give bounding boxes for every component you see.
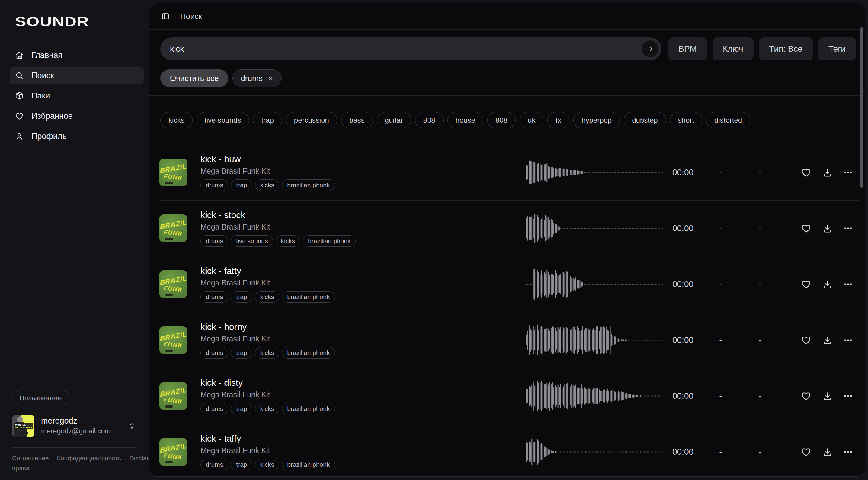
download-button[interactable]: [823, 279, 832, 290]
track-tag-chip[interactable]: drums: [200, 235, 228, 247]
track-tag-chip[interactable]: drums: [200, 347, 228, 359]
suggested-tag-pill[interactable]: percussion: [286, 112, 337, 128]
track-tag-chip[interactable]: drums: [200, 179, 228, 191]
track-tag-chip[interactable]: kicks: [255, 459, 280, 470]
track-info: kick - stock Mega Brasil Funk Kit drumsl…: [187, 210, 526, 247]
track-row[interactable]: BRAZIL FUNK kick - fatty Mega Brasil Fun…: [159, 257, 860, 312]
waveform[interactable]: [526, 211, 663, 245]
chevron-up-down-icon[interactable]: [127, 421, 136, 430]
track-row[interactable]: BRAZIL FUNK kick - disty Mega Brasil Fun…: [159, 368, 860, 424]
search-submit-button[interactable]: [642, 40, 658, 57]
suggested-tag-pill[interactable]: trap: [253, 112, 282, 128]
track-tag-chip[interactable]: trap: [231, 403, 252, 415]
track-tag-chip[interactable]: kicks: [255, 403, 280, 415]
suggested-tag-pill[interactable]: 808: [415, 112, 443, 128]
track-row[interactable]: BRAZIL FUNK kick - stock Mega Brasil Fun…: [159, 201, 860, 257]
track-tag-chip[interactable]: brazilian phonk: [282, 459, 335, 470]
favorite-button[interactable]: [801, 391, 811, 401]
track-tag-chip[interactable]: brazilian phonk: [282, 403, 335, 415]
track-artwork: BRAZIL FUNK: [159, 438, 187, 466]
more-options-button[interactable]: [843, 447, 853, 457]
sidebar-nav-item[interactable]: Главная: [10, 47, 144, 64]
track-tag-chip[interactable]: trap: [231, 459, 252, 470]
more-options-button[interactable]: [843, 335, 853, 345]
artwork-text-line1: BRAZIL: [160, 219, 187, 231]
waveform[interactable]: [526, 379, 663, 413]
suggested-tag-pill[interactable]: live sounds: [196, 112, 249, 128]
sidebar-toggle-icon[interactable]: [161, 12, 170, 21]
filter-button[interactable]: Теги: [818, 37, 856, 60]
active-filter-chip[interactable]: drums: [232, 69, 281, 87]
track-tag-chip[interactable]: kicks: [255, 291, 280, 303]
track-tags: drumstrapkicksbrazilian phonk: [200, 179, 526, 191]
more-options-button[interactable]: [843, 223, 853, 233]
track-tag-chip[interactable]: kicks: [255, 179, 280, 191]
suggested-tag-pill[interactable]: bass: [341, 112, 373, 128]
favorite-button[interactable]: [801, 279, 811, 290]
waveform[interactable]: [526, 267, 663, 301]
sidebar-nav-item[interactable]: Поиск: [10, 67, 144, 84]
sidebar-nav-item[interactable]: Профиль: [10, 127, 144, 145]
track-tag-chip[interactable]: brazilian phonk: [282, 347, 335, 359]
download-button[interactable]: [823, 447, 832, 457]
favorite-button[interactable]: [801, 335, 811, 346]
footer-link[interactable]: Соглашение: [12, 455, 49, 461]
download-button[interactable]: [823, 391, 832, 401]
clear-all-button[interactable]: Очистить все: [160, 69, 228, 87]
suggested-tag-pill[interactable]: dubstep: [624, 112, 666, 128]
track-tag-chip[interactable]: drums: [200, 403, 228, 415]
scrollbar-thumb[interactable]: [861, 28, 863, 188]
filter-button[interactable]: Тип: Все: [759, 37, 813, 60]
filter-button[interactable]: Ключ: [713, 37, 753, 60]
more-options-button[interactable]: [843, 391, 853, 401]
suggested-tag-pill[interactable]: kicks: [160, 112, 193, 128]
suggested-tag-pill[interactable]: fx: [547, 112, 569, 128]
track-tag-chip[interactable]: trap: [231, 347, 252, 359]
track-tag-chip[interactable]: drums: [200, 459, 228, 470]
waveform[interactable]: [526, 323, 663, 357]
sidebar-nav-item[interactable]: Паки: [10, 87, 144, 104]
suggested-tag-pill[interactable]: short: [670, 112, 702, 128]
track-duration: 00:00: [663, 168, 703, 177]
track-tag-chip[interactable]: brazilian phonk: [282, 291, 335, 303]
track-info: kick - horny Mega Brasil Funk Kit drumst…: [187, 322, 526, 359]
suggested-tag-pill[interactable]: 808: [487, 112, 516, 128]
more-options-button[interactable]: [843, 168, 853, 177]
favorite-button[interactable]: [801, 447, 811, 457]
close-icon[interactable]: [268, 75, 274, 81]
suggested-tag-pill[interactable]: guitar: [377, 112, 411, 128]
track-row[interactable]: BRAZIL FUNK kick - horny Mega Brasil Fun…: [159, 312, 860, 368]
waveform[interactable]: [526, 156, 663, 189]
track-tag-chip[interactable]: trap: [231, 291, 252, 303]
filter-button[interactable]: BPM: [668, 37, 707, 60]
track-artwork: BRAZIL FUNK: [159, 270, 187, 298]
suggested-tag-pill[interactable]: distorted: [706, 112, 750, 128]
sidebar-nav-item[interactable]: Избранное: [10, 107, 144, 125]
search-input[interactable]: [160, 37, 661, 60]
track-row[interactable]: BRAZIL FUNK kick - huw Mega Brasil Funk …: [159, 145, 860, 201]
track-tag-chip[interactable]: brazilian phonk: [282, 179, 335, 191]
artwork-text-line2: FUNK: [163, 452, 183, 461]
user-menu[interactable]: MONROEDRUM & BASS meregodz meregodz@gmai…: [12, 415, 136, 437]
track-artwork: BRAZIL FUNK: [159, 382, 187, 410]
track-title: kick - huw: [200, 154, 526, 164]
suggested-tag-pill[interactable]: house: [447, 112, 483, 128]
track-title: kick - stock: [200, 210, 526, 220]
track-tag-chip[interactable]: trap: [231, 179, 252, 191]
footer-link[interactable]: Конфиденциальность: [57, 455, 121, 461]
track-row[interactable]: BRAZIL FUNK kick - taffy Mega Brasil Fun…: [159, 424, 860, 477]
track-tag-chip[interactable]: live sounds: [231, 235, 273, 247]
track-tag-chip[interactable]: kicks: [276, 235, 300, 247]
track-tag-chip[interactable]: kicks: [255, 347, 280, 359]
track-tag-chip[interactable]: brazilian phonk: [303, 235, 355, 247]
favorite-button[interactable]: [801, 223, 811, 234]
favorite-button[interactable]: [801, 167, 811, 178]
waveform[interactable]: [526, 435, 663, 469]
suggested-tag-pill[interactable]: uk: [520, 112, 544, 128]
download-button[interactable]: [823, 168, 832, 178]
download-button[interactable]: [823, 335, 832, 345]
more-options-button[interactable]: [843, 279, 853, 289]
track-tag-chip[interactable]: drums: [200, 291, 228, 303]
download-button[interactable]: [823, 223, 832, 234]
suggested-tag-pill[interactable]: hyperpop: [574, 112, 620, 128]
